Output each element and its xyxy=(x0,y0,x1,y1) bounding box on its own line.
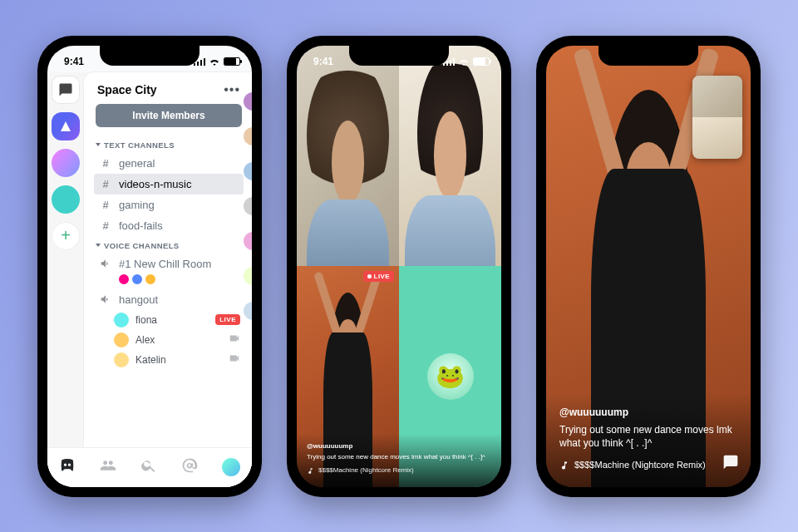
member-katelin[interactable]: Katelin xyxy=(94,350,244,370)
video-grid: LIVE 🐸 xyxy=(297,46,501,487)
video-tile-1[interactable] xyxy=(297,46,399,267)
now-playing: $$$$Machine (Nightcore Remix) xyxy=(559,459,737,471)
sail-icon xyxy=(58,119,73,134)
tab-home[interactable] xyxy=(59,457,76,477)
channel-general[interactable]: #general xyxy=(94,153,244,174)
pip-tile-2 xyxy=(692,117,742,159)
notch xyxy=(598,46,698,66)
live-badge: LIVE xyxy=(363,271,394,282)
live-badge: LIVE xyxy=(215,314,240,325)
hash-icon: # xyxy=(99,199,112,211)
video-icon xyxy=(229,352,240,367)
category-voice-channels[interactable]: VOICE CHANNELS xyxy=(94,236,244,254)
tab-mentions[interactable] xyxy=(181,457,198,477)
tab-search[interactable] xyxy=(140,457,157,477)
stream-overlay: @wuuuuuump Trying out some new dance mov… xyxy=(546,394,751,487)
add-server-button[interactable]: + xyxy=(52,222,80,250)
channel-food-fails[interactable]: #food-fails xyxy=(94,215,244,236)
status-time: 9:41 xyxy=(313,56,333,67)
hash-icon: # xyxy=(99,178,112,190)
speaker-icon xyxy=(100,293,111,305)
category-text-channels[interactable]: TEXT CHANNELS xyxy=(94,135,244,153)
channel-gaming[interactable]: #gaming xyxy=(94,195,244,215)
participant-avatar xyxy=(399,46,501,267)
now-playing: $$$$Machine (Nightcore Remix) xyxy=(307,466,491,475)
notch xyxy=(100,46,200,66)
voice-room-avatars xyxy=(94,273,244,286)
pip-participants[interactable] xyxy=(692,76,742,159)
server-icon-2[interactable] xyxy=(52,149,80,177)
hash-icon: # xyxy=(99,219,112,232)
stream-caption: @wuuuuuump Trying out some new dance mov… xyxy=(297,434,501,486)
tab-profile[interactable] xyxy=(222,458,240,476)
chat-button[interactable] xyxy=(722,454,739,474)
member-alex[interactable]: Alex xyxy=(94,330,244,350)
server-title: Space City xyxy=(97,83,157,96)
invite-members-button[interactable]: Invite Members xyxy=(96,104,242,127)
battery-icon xyxy=(473,57,490,66)
server-rail: + xyxy=(47,72,84,487)
channel-videos-n-music[interactable]: #videos-n-music xyxy=(94,174,244,195)
wifi-icon xyxy=(209,57,220,66)
chat-icon xyxy=(722,454,739,470)
phone-mock-video-grid: 9:41 LI xyxy=(287,36,511,497)
video-icon xyxy=(229,332,240,347)
battery-icon xyxy=(224,57,240,66)
pip-tile-1 xyxy=(692,76,742,117)
phone-mock-fullscreen-stream: @wuuuuuump Trying out some new dance mov… xyxy=(536,36,761,497)
participant-avatar xyxy=(297,46,399,267)
overlay-handle: @wuuuuuump xyxy=(559,406,737,420)
server-icon-3[interactable] xyxy=(52,185,80,214)
caption-text: Trying out some new dance moves lmk what… xyxy=(307,453,485,461)
channel-panel: Space City ••• Invite Members TEXT CHANN… xyxy=(84,72,252,487)
server-icon-1[interactable] xyxy=(52,112,80,140)
tab-friends[interactable] xyxy=(100,457,116,477)
voice-hangout[interactable]: hangout xyxy=(94,289,244,310)
member-rail xyxy=(239,92,252,320)
notch xyxy=(349,46,449,66)
music-note-icon xyxy=(559,461,569,470)
dm-button[interactable] xyxy=(52,76,80,104)
wifi-icon xyxy=(458,57,470,66)
bottom-tabbar xyxy=(47,447,252,487)
phone-mock-channels: 9:41 + Space City xyxy=(37,36,262,497)
video-tile-2[interactable] xyxy=(399,46,501,267)
music-note-icon xyxy=(307,467,314,475)
caption-handle: @wuuuuuump xyxy=(307,442,491,451)
member-fiona[interactable]: fiona LIVE xyxy=(94,310,244,330)
wumpus-avatar: 🐸 xyxy=(427,353,474,400)
hash-icon: # xyxy=(99,157,112,170)
overlay-caption: Trying out some new dance moves lmk what… xyxy=(559,424,732,450)
speaker-icon xyxy=(100,258,111,269)
status-time: 9:41 xyxy=(64,56,84,67)
message-icon xyxy=(58,82,73,97)
voice-chill-room[interactable]: #1 New Chill Room xyxy=(94,254,244,274)
